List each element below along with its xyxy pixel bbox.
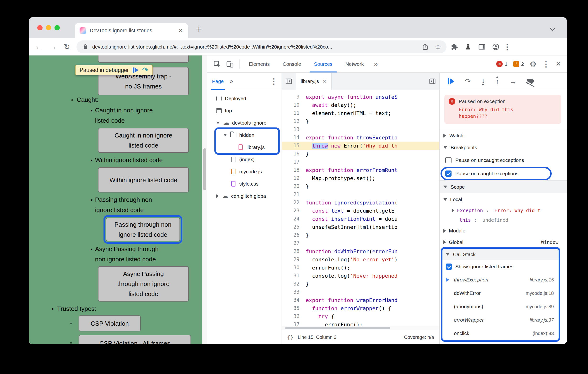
code-line-30[interactable]: 30 errorFunc(); — [282, 264, 439, 272]
callstack-frame--anonymous-[interactable]: (anonymous)mycode.js:89 — [442, 300, 559, 313]
page-button-async-passing-through-non-ignore-listed-code[interactable]: Async Passing through non ignore listed … — [98, 266, 189, 301]
pause-caught-checkbox[interactable] — [445, 171, 452, 177]
toggle-debugger-sidebar-icon[interactable] — [425, 73, 439, 90]
new-tab-button[interactable]: + — [196, 23, 202, 35]
tab-search-chevron-icon[interactable] — [550, 26, 556, 31]
browser-menu-icon[interactable]: ⋮ — [503, 42, 511, 51]
csp-button-csp-violation[interactable]: CSP Violation — [79, 315, 141, 331]
page-scrollbar-thumb[interactable] — [203, 148, 206, 190]
code-line-33[interactable]: 33 — [282, 288, 439, 296]
code-line-10[interactable]: 10 await delay(); — [282, 101, 439, 109]
code-line-21[interactable]: 21 — [282, 190, 439, 198]
tree-item-style-css[interactable]: style.css — [207, 178, 282, 190]
code-line-18[interactable]: 18export function errorFromRunt — [282, 166, 439, 174]
devtools-tab-sources[interactable]: Sources — [308, 55, 339, 73]
step-over-icon[interactable]: ↷ — [142, 66, 148, 74]
step-into-button[interactable]: ↓ — [481, 77, 485, 85]
profile-avatar[interactable] — [490, 43, 502, 51]
code-line-35[interactable]: 35 function errorWrapper() { — [282, 304, 439, 312]
code-line-36[interactable]: 36 try { — [282, 312, 439, 321]
scope-exception-row[interactable]: Exception: Error: Why did t — [440, 206, 567, 215]
step-button[interactable]: → — [510, 78, 517, 85]
devtools-tab-network[interactable]: Network — [339, 55, 370, 73]
page-scrollbar[interactable] — [202, 55, 207, 344]
chevron-right-icon[interactable] — [216, 194, 219, 198]
inspect-element-icon[interactable] — [210, 58, 223, 71]
devtools-menu-icon[interactable]: ⋮ — [542, 60, 550, 69]
chevron-down-icon[interactable] — [216, 122, 220, 124]
tree-item-mycode-js[interactable]: mycode.js — [207, 165, 282, 178]
warning-badge[interactable]: ! 2 — [513, 61, 524, 67]
error-badge[interactable]: ✕ 1 — [496, 61, 507, 67]
macos-zoom-button[interactable] — [54, 25, 60, 30]
macos-minimize-button[interactable] — [46, 25, 51, 30]
code-line-17[interactable]: 17 — [282, 158, 439, 166]
scope-global-row[interactable]: Global Window — [440, 236, 567, 248]
forward-icon[interactable]: → — [47, 42, 59, 51]
navigator-tab-page[interactable]: Page — [211, 73, 225, 90]
code-line-29[interactable]: 29 console.log('No error yet') — [282, 255, 439, 264]
page-button-passing-through-non-ignore-listed-code[interactable]: Passing through non ignore listed code — [106, 218, 180, 241]
code-line-34[interactable]: 34export function wrapErrorHand — [282, 296, 439, 304]
navigator-menu-icon[interactable]: ⋮ — [270, 77, 278, 86]
code-line-9[interactable]: 9export async function unsafeS — [282, 93, 439, 101]
tree-item-devtools-ignore[interactable]: ☁devtools-ignore — [207, 117, 282, 129]
back-icon[interactable]: ← — [33, 42, 45, 51]
extensions-puzzle-icon[interactable] — [448, 43, 460, 51]
tree-item-deployed[interactable]: Deployed — [207, 92, 282, 105]
callstack-frame-throwexception[interactable]: throwExceptionlibrary.js:15 — [442, 273, 559, 287]
code-line-31[interactable]: 31 console.log('Never happened — [282, 272, 439, 280]
resume-button[interactable] — [448, 78, 454, 85]
devtools-tab-elements[interactable]: Elements — [242, 55, 276, 73]
breakpoints-section-header[interactable]: Breakpoints — [440, 141, 567, 153]
code-line-25[interactable]: 25 unsafeSetInnerHtml(insertio — [282, 223, 439, 231]
pause-uncaught-checkbox[interactable] — [445, 157, 452, 163]
code-line-13[interactable]: 13 — [282, 125, 439, 133]
callstack-section-header[interactable]: Call Stack — [442, 249, 559, 260]
csp-button-csp-violation-all-frames[interactable]: CSP Violation - All frames — [79, 335, 191, 344]
scope-module-row[interactable]: Module — [440, 225, 567, 236]
format-braces-icon[interactable]: {} — [287, 334, 294, 340]
tree-item-hidden[interactable]: hidden — [207, 129, 282, 141]
tab-close-icon[interactable]: ✕ — [178, 27, 183, 34]
navigator-more-tabs-icon[interactable]: » — [230, 77, 233, 85]
resume-script-icon[interactable] — [133, 67, 138, 73]
editor-tab-close-icon[interactable]: ✕ — [322, 78, 327, 84]
share-icon[interactable] — [419, 43, 431, 51]
code-line-28[interactable]: 28function doWithError(errorFun — [282, 247, 439, 255]
editor-tab-libraryjs[interactable]: library.js ✕ — [296, 73, 332, 90]
code-line-19[interactable]: 19 Map.prototype.set(); — [282, 174, 439, 182]
page-button-within-ignore-listed-code[interactable]: Within ignore listed code — [98, 167, 189, 192]
tree-item-cdn-glitch-globa[interactable]: ☁cdn.glitch.globa — [207, 190, 282, 202]
settings-gear-icon[interactable]: ⚙ — [530, 60, 537, 69]
code-line-14[interactable]: 14export function throwExceptio — [282, 133, 439, 142]
watch-section-header[interactable]: Watch — [440, 130, 567, 141]
callstack-frame-errorwrapper[interactable]: errorWrapperlibrary.js:37 — [442, 313, 559, 327]
macos-close-button[interactable] — [37, 25, 42, 30]
editor-scrollbar-thumb[interactable] — [285, 327, 390, 329]
extension-icon[interactable] — [462, 43, 474, 51]
code-line-12[interactable]: 12} — [282, 117, 439, 125]
bookmark-star-icon[interactable]: ☆ — [435, 43, 441, 51]
code-line-15[interactable]: 15 throw new Error('Why did th — [282, 142, 439, 150]
code-line-23[interactable]: 23 const text = document.getE — [282, 207, 439, 215]
scope-local-row[interactable]: Local — [440, 193, 567, 206]
code-line-26[interactable]: 26} — [282, 231, 439, 239]
code-line-24[interactable]: 24 const insertionPoint = docu — [282, 215, 439, 223]
device-toolbar-icon[interactable] — [223, 58, 236, 71]
code-line-22[interactable]: 22function ignoredcspviolation( — [282, 198, 439, 207]
tree-item-top[interactable]: top — [207, 105, 282, 117]
tree-item-library-js[interactable]: library.js — [207, 141, 282, 153]
chevron-down-icon[interactable] — [223, 134, 227, 136]
step-out-button[interactable]: ↑ — [495, 77, 499, 85]
pause-on-caught-row[interactable]: Pause on caught exceptions — [440, 167, 567, 180]
step-over-button[interactable]: ↷ — [465, 78, 471, 85]
side-panel-icon[interactable] — [476, 43, 488, 51]
toggle-navigator-icon[interactable] — [282, 73, 296, 90]
code-line-11[interactable]: 11 element.innerHTML = text; — [282, 109, 439, 117]
scope-section-header[interactable]: Scope — [440, 180, 567, 193]
more-tabs-icon[interactable]: » — [370, 60, 382, 68]
show-ignore-listed-checkbox[interactable] — [446, 264, 452, 270]
devtools-tab-console[interactable]: Console — [276, 55, 308, 73]
code-line-16[interactable]: 16} — [282, 150, 439, 158]
